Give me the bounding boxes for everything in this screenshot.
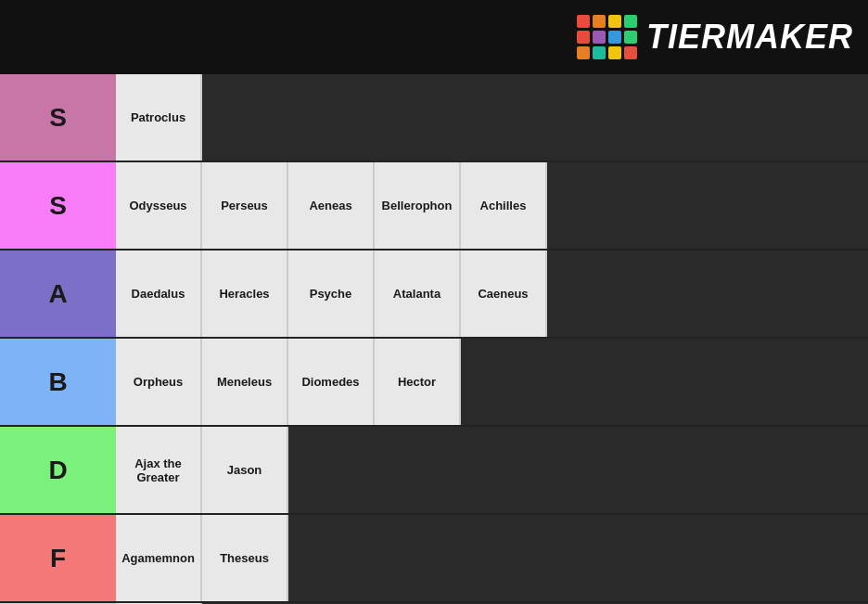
tier-item[interactable]: Agamemnon (116, 515, 202, 601)
tier-items-s1: Patroclus (116, 74, 868, 161)
tier-item[interactable]: Ajax the Greater (116, 427, 202, 513)
logo-cell (624, 15, 637, 28)
tier-row-b: BOrpheusMeneleusDiomedesHector (0, 339, 868, 427)
tier-row-a: ADaedalusHeraclesPsycheAtalantaCaeneus (0, 251, 868, 339)
logo-cell (577, 46, 590, 59)
logo-text: TiERMAKER (646, 18, 853, 57)
tier-table: SPatroclusSOdysseusPerseusAeneasBellerop… (0, 74, 868, 604)
logo-grid (577, 15, 637, 59)
tier-label-a: A (0, 251, 116, 337)
tier-items-d: Ajax the GreaterJason (116, 427, 868, 513)
tier-item[interactable]: Psyche (288, 251, 375, 337)
tier-item[interactable]: Jason (202, 427, 288, 513)
logo-cell (593, 31, 606, 44)
tier-item[interactable]: Atalanta (375, 251, 461, 337)
logo-cell (624, 46, 637, 59)
header: TiERMAKER (0, 0, 868, 74)
logo-cell (593, 15, 606, 28)
tier-item[interactable]: Bellerophon (375, 162, 461, 249)
tiermaker-logo: TiERMAKER (577, 15, 853, 59)
tier-items-s2: OdysseusPerseusAeneasBellerophonAchilles (116, 162, 868, 249)
logo-cell (593, 46, 606, 59)
tier-row-s1: SPatroclus (0, 74, 868, 162)
tier-label-f: F (0, 515, 116, 601)
tier-row-f: FAgamemnonTheseus (0, 515, 868, 603)
tier-item[interactable]: Hector (375, 339, 461, 425)
logo-cell (624, 31, 637, 44)
tier-items-a: DaedalusHeraclesPsycheAtalantaCaeneus (116, 251, 868, 337)
tier-label-d: D (0, 427, 116, 513)
tier-item[interactable]: Heracles (202, 251, 288, 337)
tier-item[interactable]: Achilles (461, 162, 547, 249)
tier-item[interactable]: Theseus (202, 515, 288, 601)
tier-item[interactable]: Orpheus (116, 339, 202, 425)
tier-items-f: AgamemnonTheseus (116, 515, 868, 601)
tier-item[interactable]: Aeneas (288, 162, 375, 249)
logo-cell (608, 46, 621, 59)
tier-item[interactable]: Patroclus (116, 74, 202, 161)
logo-cell (608, 31, 621, 44)
tier-label-b: B (0, 339, 116, 425)
tier-item[interactable]: Odysseus (116, 162, 202, 249)
tier-item[interactable]: Daedalus (116, 251, 202, 337)
logo-cell (608, 15, 621, 28)
logo-cell (577, 15, 590, 28)
tier-item[interactable]: Caeneus (461, 251, 547, 337)
tier-row-d: DAjax the GreaterJason (0, 427, 868, 515)
tier-label-s1: S (0, 74, 116, 161)
logo-cell (577, 31, 590, 44)
tier-items-b: OrpheusMeneleusDiomedesHector (116, 339, 868, 425)
tier-label-s2: S (0, 162, 116, 249)
tier-row-s2: SOdysseusPerseusAeneasBellerophonAchille… (0, 162, 868, 251)
tier-item[interactable]: Perseus (202, 162, 288, 249)
tier-item[interactable]: Diomedes (288, 339, 375, 425)
tier-item[interactable]: Meneleus (202, 339, 288, 425)
